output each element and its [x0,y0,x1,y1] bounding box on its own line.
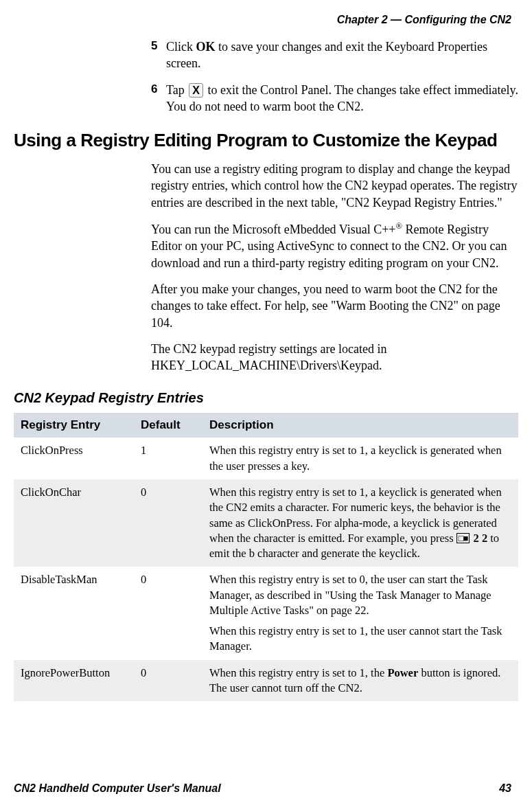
cell-description: When this registry entry is set to 1, a … [203,438,518,479]
page-footer: CN2 Handheld Computer User's Manual 43 [14,782,511,795]
section-heading: Using a Registry Editing Program to Cust… [14,130,518,151]
col-header-description: Description [203,413,518,438]
footer-manual-title: CN2 Handheld Computer User's Manual [14,782,221,795]
table-row: ClickOnPress1When this registry entry is… [14,438,518,479]
step-number: 6 [151,82,166,115]
cell-registry-entry: IgnorePowerButton [14,660,134,702]
step-text: Tap X to exit the Control Panel. The cha… [166,82,518,115]
cell-description: When this registry entry is set to 1, a … [203,479,518,567]
step-number: 5 [151,38,166,72]
cell-registry-entry: ClickOnPress [14,438,134,479]
registry-entries-table: Registry Entry Default Description Click… [14,413,518,701]
step-text: Click OK to save your changes and exit t… [166,38,518,72]
cell-default: 0 [134,479,203,567]
cell-registry-entry: DisableTaskMan [14,567,134,659]
keypad-mode-icon: □■ [456,533,470,543]
col-header-default: Default [134,413,203,438]
chapter-header: Chapter 2 — Configuring the CN2 [14,14,518,26]
cell-description: When this registry entry is set to 0, th… [203,567,518,659]
body-paragraph: The CN2 keypad registry settings are loc… [151,341,518,374]
table-row: ClickOnChar0When this registry entry is … [14,479,518,567]
cell-default: 0 [134,660,203,702]
numbered-steps: 5Click OK to save your changes and exit … [151,38,518,115]
table-title: CN2 Keypad Registry Entries [14,390,518,406]
table-row: DisableTaskMan0When this registry entry … [14,567,518,659]
close-icon: X [189,83,203,98]
cell-default: 0 [134,567,203,659]
cell-description: When this registry entry is set to 1, th… [203,660,518,702]
cell-registry-entry: ClickOnChar [14,479,134,567]
body-paragraph: After you make your changes, you need to… [151,281,518,331]
step-item: 5Click OK to save your changes and exit … [151,38,518,72]
cell-default: 1 [134,438,203,479]
col-header-entry: Registry Entry [14,413,134,438]
table-body: ClickOnPress1When this registry entry is… [14,438,518,701]
table-header-row: Registry Entry Default Description [14,413,518,438]
table-row: IgnorePowerButton0When this registry ent… [14,660,518,702]
section-body: You can use a registry editing program t… [14,161,518,374]
body-paragraph: You can run the Microsoft eMbedded Visua… [151,220,518,271]
body-paragraph: You can use a registry editing program t… [151,161,518,211]
step-item: 6Tap X to exit the Control Panel. The ch… [151,82,518,115]
footer-page-number: 43 [499,782,511,795]
